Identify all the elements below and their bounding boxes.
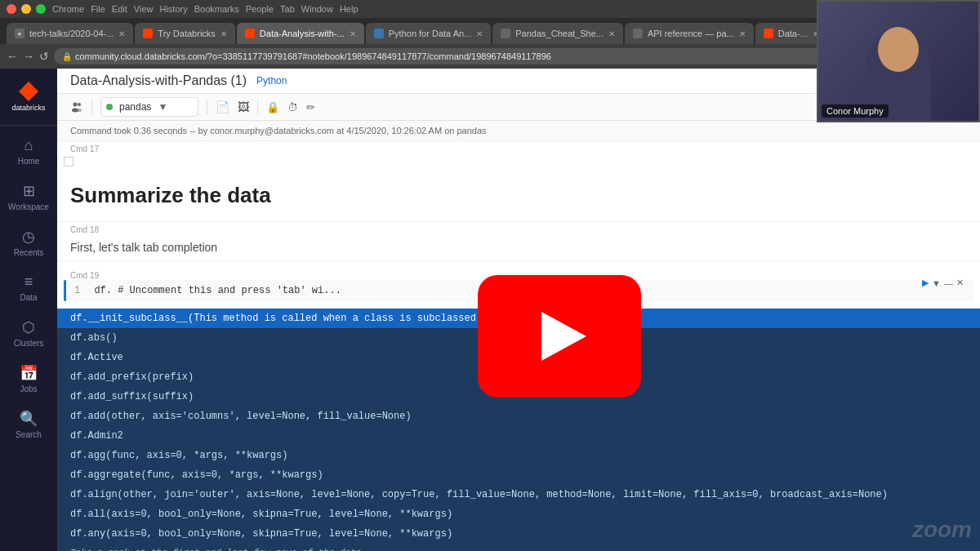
api-favicon xyxy=(633,29,643,38)
menu-window[interactable]: Window xyxy=(301,4,333,14)
menu-edit[interactable]: Edit xyxy=(112,4,127,14)
sidebar-recents-label: Recents xyxy=(14,248,44,257)
tab-api-ref[interactable]: API reference — pa... ✕ xyxy=(625,23,754,44)
cell-content-cmd18: First, let's talk tab completion xyxy=(57,234,980,260)
run-cell-button[interactable]: ▶ xyxy=(922,278,929,288)
sidebar-item-data[interactable]: ≡ Data xyxy=(0,265,57,310)
notebook-body[interactable]: Command took 0.36 seconds -- by conor.mu… xyxy=(57,121,980,551)
tab-close-try[interactable]: ✕ xyxy=(220,29,227,38)
python-favicon xyxy=(374,29,384,38)
autocomplete-item-4[interactable]: df.add_suffix(suffix) xyxy=(57,387,980,407)
sidebar-item-workspace[interactable]: ⊞ Workspace xyxy=(0,174,57,220)
tab-pandas-cheat[interactable]: Pandas_Cheat_She... ✕ xyxy=(492,23,623,44)
autocomplete-item-7[interactable]: df.agg(func, axis=0, *args, **kwargs) xyxy=(57,446,980,465)
tab-close-github[interactable]: ✕ xyxy=(118,29,125,38)
autocomplete-item-0[interactable]: df.__init_subclass__(This method is call… xyxy=(57,309,980,328)
notebook-language: Python xyxy=(256,75,287,87)
cell-run-controls: ▶ ▼ — ✕ xyxy=(922,278,964,288)
presenter-head xyxy=(878,27,919,72)
clock-icon[interactable]: ⏱ xyxy=(287,101,298,113)
sidebar-item-home[interactable]: ⌂ Home xyxy=(0,129,57,174)
minimize-button[interactable] xyxy=(21,4,31,14)
tab-label-analysis: Data-Analysis-with-... xyxy=(260,29,345,38)
search-icon: 🔍 xyxy=(20,410,38,428)
menu-file[interactable]: File xyxy=(91,4,105,14)
github-favicon: ● xyxy=(15,29,24,38)
cell-checkbox-17[interactable] xyxy=(64,157,74,167)
lock-icon2[interactable]: 🔒 xyxy=(266,101,279,113)
tab-close-analysis[interactable]: ✕ xyxy=(350,29,356,38)
image-icon[interactable]: 🖼 xyxy=(238,100,249,113)
pencil-icon[interactable]: ✏ xyxy=(306,101,315,113)
menu-help[interactable]: Help xyxy=(340,4,359,14)
logo-text: databricks xyxy=(11,104,45,112)
run-dropdown-button[interactable]: ▼ xyxy=(932,278,941,288)
sidebar-data-label: Data xyxy=(20,293,37,302)
cell-close-button[interactable]: ✕ xyxy=(956,278,964,288)
databricks-logo[interactable]: databricks xyxy=(0,75,57,126)
maximize-button[interactable] xyxy=(36,4,46,14)
cell-content-cmd17: Summarize the data xyxy=(57,170,980,221)
autocomplete-item-11[interactable]: df.any(axis=0, bool_only=None, skipna=Tr… xyxy=(57,524,980,544)
autocomplete-item-8[interactable]: df.aggregate(func, axis=0, *args, **kwar… xyxy=(57,465,980,485)
menu-tab[interactable]: Tab xyxy=(280,4,295,14)
cell-collapse-button[interactable]: — xyxy=(944,278,953,288)
cmd-output-text: Command took 0.36 seconds -- by conor.mu… xyxy=(70,126,487,136)
sidebar-item-recents[interactable]: ◷ Recents xyxy=(0,220,57,265)
autocomplete-item-12[interactable]: Take a peek at the first and last few ro… xyxy=(57,544,980,551)
tab-data-analysis[interactable]: Data-Analysis-with-... ✕ xyxy=(237,23,364,44)
autocomplete-item-9[interactable]: df.align(other, join='outer', axis=None,… xyxy=(57,485,980,504)
sidebar-item-search[interactable]: 🔍 Search xyxy=(0,402,57,447)
autocomplete-dropdown: df.__init_subclass__(This method is call… xyxy=(57,309,980,551)
markdown-text-cmd18: First, let's talk tab completion xyxy=(70,241,967,254)
close-button[interactable] xyxy=(7,4,16,14)
logo-diamond-icon xyxy=(19,82,38,101)
tab-close-api[interactable]: ✕ xyxy=(739,29,746,38)
sidebar-workspace-label: Workspace xyxy=(8,202,49,211)
cell-cmd18: Cmd 18 First, let's talk tab completion xyxy=(57,222,980,261)
title-bar-menus: Chrome File Edit View History Bookmarks … xyxy=(52,4,359,14)
menu-history[interactable]: History xyxy=(159,4,187,14)
address-bar[interactable]: 🔒 community.cloud.databricks.com/?o=3385… xyxy=(54,48,942,64)
tab-python[interactable]: Python for Data An... ✕ xyxy=(366,23,492,44)
traffic-lights xyxy=(7,4,46,14)
file-icon[interactable]: 📄 xyxy=(216,100,229,113)
tab-label-data2: Data-... xyxy=(778,29,808,38)
autocomplete-item-6[interactable]: df.Admin2 xyxy=(57,426,980,446)
tab-github[interactable]: ● tech-talks/2020-04-... ✕ xyxy=(7,23,133,44)
code-cell-cmd19[interactable]: 1 df. # Uncomment this and press 'tab' w… xyxy=(64,280,973,301)
clusters-icon: ⬡ xyxy=(22,318,35,336)
cluster-status-dot xyxy=(106,104,113,110)
cell-cmd19: Cmd 19 1 df. # Uncomment this and press … xyxy=(57,261,980,309)
pandas-favicon xyxy=(501,29,510,38)
tab-close-python[interactable]: ✕ xyxy=(476,29,483,38)
cluster-select[interactable]: pandas ▼ xyxy=(100,97,198,117)
refresh-button[interactable]: ↺ xyxy=(39,50,49,63)
autocomplete-item-1[interactable]: df.abs() xyxy=(57,328,980,348)
sidebar: databricks ⌂ Home ⊞ Workspace ◷ Recents … xyxy=(0,69,57,551)
recents-icon: ◷ xyxy=(22,228,35,246)
databricks-favicon xyxy=(143,29,153,38)
forward-button[interactable]: → xyxy=(23,50,34,63)
sidebar-jobs-label: Jobs xyxy=(20,384,37,393)
cmd-output: Command took 0.36 seconds -- by conor.mu… xyxy=(57,121,980,141)
autocomplete-item-10[interactable]: df.all(axis=0, bool_only=None, skipna=Tr… xyxy=(57,504,980,524)
url-text: community.cloud.databricks.com/?o=338511… xyxy=(75,51,551,61)
code-text-cmd19: df. # Uncomment this and press 'tab' wi.… xyxy=(94,285,341,296)
back-button[interactable]: ← xyxy=(7,50,18,63)
autocomplete-item-2[interactable]: df.Active xyxy=(57,348,980,367)
menu-chrome[interactable]: Chrome xyxy=(52,4,84,14)
menu-bookmarks[interactable]: Bookmarks xyxy=(194,4,239,14)
menu-view[interactable]: View xyxy=(134,4,154,14)
tab-try-databricks[interactable]: Try Databricks ✕ xyxy=(135,23,235,44)
sidebar-home-label: Home xyxy=(18,157,40,166)
zoom-watermark: zoom xyxy=(912,517,972,543)
data-icon: ≡ xyxy=(24,273,33,291)
autocomplete-item-3[interactable]: df.add_prefix(prefix) xyxy=(57,367,980,387)
tab-label-python: Python for Data An... xyxy=(389,29,472,38)
sidebar-item-jobs[interactable]: 📅 Jobs xyxy=(0,356,57,402)
menu-people[interactable]: People xyxy=(246,4,274,14)
autocomplete-item-5[interactable]: df.add(other, axis='columns', level=None… xyxy=(57,407,980,426)
tab-close-cheat[interactable]: ✕ xyxy=(608,29,615,38)
sidebar-item-clusters[interactable]: ⬡ Clusters xyxy=(0,310,57,356)
